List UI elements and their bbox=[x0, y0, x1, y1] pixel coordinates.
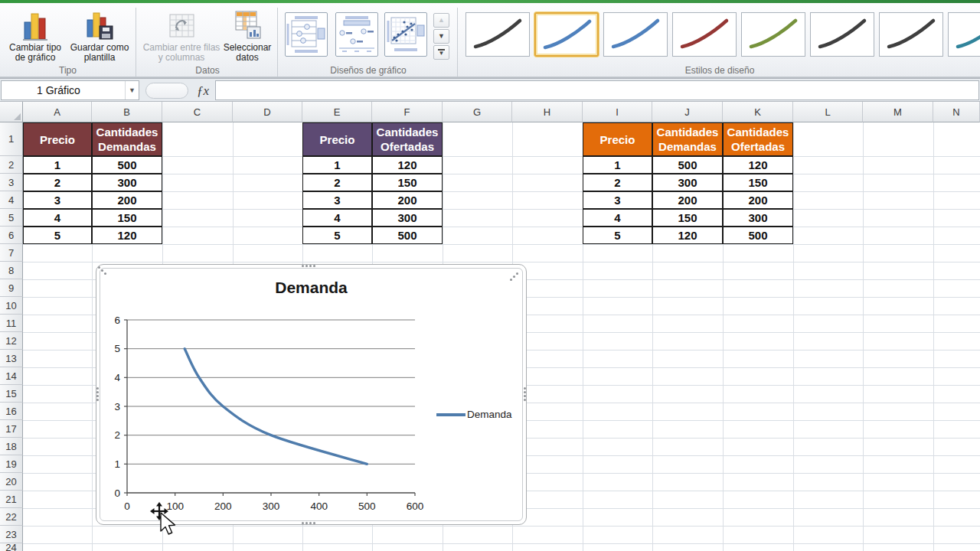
tabla-combinada-cell[interactable]: 150 bbox=[652, 209, 723, 227]
chart-layout-1[interactable] bbox=[285, 12, 328, 57]
row-header-19[interactable]: 19 bbox=[0, 455, 23, 473]
tabla-combinada-header-cell[interactable]: Precio bbox=[583, 122, 652, 156]
row-header-5[interactable]: 5 bbox=[0, 209, 23, 227]
chart-style-thumb-estilo-5[interactable] bbox=[741, 12, 805, 57]
layout-scroll-down-button[interactable]: ▼ bbox=[433, 29, 449, 44]
row-header-21[interactable]: 21 bbox=[0, 491, 23, 508]
tabla-combinada-cell[interactable]: 4 bbox=[583, 209, 652, 227]
chart-layout-3[interactable] bbox=[384, 12, 427, 57]
tabla-demanda-header-cell[interactable]: Cantidades Demandas bbox=[92, 122, 162, 156]
tabla-oferta-cell[interactable]: 500 bbox=[372, 227, 443, 244]
row-header-1[interactable]: 1 bbox=[0, 122, 23, 156]
row-header-9[interactable]: 9 bbox=[0, 279, 23, 297]
chart-style-thumb-estilo-2[interactable] bbox=[534, 12, 599, 57]
chart-style-thumb-estilo-8[interactable] bbox=[948, 12, 980, 57]
row-header-2[interactable]: 2 bbox=[0, 156, 23, 174]
tabla-combinada-cell[interactable]: 2 bbox=[583, 174, 652, 191]
tabla-combinada-cell[interactable]: 500 bbox=[723, 227, 793, 244]
tabla-demanda-cell[interactable]: 3 bbox=[23, 191, 92, 209]
column-header-B[interactable]: B bbox=[92, 102, 162, 122]
column-header-G[interactable]: G bbox=[443, 102, 512, 122]
tabla-demanda-cell[interactable]: 2 bbox=[23, 174, 92, 191]
row-header-10[interactable]: 10 bbox=[0, 297, 23, 315]
chart-title[interactable]: Demanda bbox=[96, 279, 526, 297]
tabla-oferta-header-cell[interactable]: Precio bbox=[302, 122, 372, 156]
row-header-3[interactable]: 3 bbox=[0, 174, 23, 191]
row-header-16[interactable]: 16 bbox=[0, 403, 23, 420]
tabla-oferta-cell[interactable]: 5 bbox=[302, 227, 372, 244]
tabla-demanda-cell[interactable]: 1 bbox=[23, 156, 92, 174]
chart-legend[interactable]: Demanda bbox=[436, 409, 512, 420]
layout-scroll-up-button[interactable]: ▲ bbox=[433, 13, 449, 28]
save-as-template-button[interactable]: Guardar como plantilla bbox=[67, 7, 132, 63]
chart-style-thumb-estilo-4[interactable] bbox=[672, 12, 737, 57]
chart-layout-2[interactable] bbox=[335, 12, 378, 57]
select-all-corner[interactable] bbox=[0, 102, 23, 122]
chart-style-thumb-estilo-1[interactable] bbox=[466, 12, 530, 57]
chart-style-thumb-estilo-3[interactable] bbox=[603, 12, 668, 57]
tabla-oferta-cell[interactable]: 4 bbox=[302, 209, 372, 227]
tabla-oferta-cell[interactable]: 120 bbox=[372, 156, 443, 174]
row-header-13[interactable]: 13 bbox=[0, 350, 23, 367]
tabla-combinada-cell[interactable]: 500 bbox=[652, 156, 723, 174]
tabla-oferta-header-cell[interactable]: Cantidades Ofertadas bbox=[372, 122, 443, 156]
column-header-D[interactable]: D bbox=[233, 102, 302, 122]
row-header-15[interactable]: 15 bbox=[0, 385, 23, 403]
insert-function-button[interactable]: ƒx bbox=[193, 82, 213, 100]
tabla-combinada-cell[interactable]: 300 bbox=[723, 209, 793, 227]
tabla-combinada-cell[interactable]: 1 bbox=[583, 156, 652, 174]
row-header-14[interactable]: 14 bbox=[0, 367, 23, 385]
row-header-11[interactable]: 11 bbox=[0, 315, 23, 332]
row-header-4[interactable]: 4 bbox=[0, 191, 23, 209]
chart-style-thumb-estilo-7[interactable] bbox=[879, 12, 943, 57]
tabla-oferta-cell[interactable]: 1 bbox=[302, 156, 372, 174]
tabla-oferta-cell[interactable]: 300 bbox=[372, 209, 443, 227]
column-header-C[interactable]: C bbox=[162, 102, 233, 122]
tabla-combinada-cell[interactable]: 150 bbox=[723, 174, 793, 191]
tabla-demanda-cell[interactable]: 5 bbox=[23, 227, 92, 244]
row-header-20[interactable]: 20 bbox=[0, 473, 23, 491]
name-box-dropdown-icon[interactable]: ▼ bbox=[125, 81, 139, 99]
tabla-oferta-cell[interactable]: 2 bbox=[302, 174, 372, 191]
tabla-combinada-cell[interactable]: 120 bbox=[652, 227, 723, 244]
demanda-chart[interactable]: 01234560100200300400500600 Demanda Deman… bbox=[96, 264, 527, 525]
tabla-combinada-cell[interactable]: 200 bbox=[723, 191, 793, 209]
layout-more-button[interactable]: ▼ bbox=[433, 45, 449, 60]
tabla-oferta-cell[interactable]: 150 bbox=[372, 174, 443, 191]
select-data-button[interactable]: Seleccionar datos bbox=[220, 7, 274, 63]
tabla-combinada-cell[interactable]: 120 bbox=[723, 156, 793, 174]
row-header-12[interactable]: 12 bbox=[0, 332, 23, 350]
tabla-combinada-header-cell[interactable]: Cantidades Ofertadas bbox=[723, 122, 793, 156]
column-header-L[interactable]: L bbox=[793, 102, 863, 122]
tabla-demanda-cell[interactable]: 150 bbox=[92, 209, 162, 227]
row-header-8[interactable]: 8 bbox=[0, 262, 23, 279]
tabla-combinada-cell[interactable]: 300 bbox=[652, 174, 723, 191]
chart-style-thumb-estilo-6[interactable] bbox=[810, 12, 874, 57]
formula-input[interactable] bbox=[215, 80, 979, 100]
row-header-6[interactable]: 6 bbox=[0, 227, 23, 244]
tabla-combinada-cell[interactable]: 200 bbox=[652, 191, 723, 209]
column-header-F[interactable]: F bbox=[372, 102, 443, 122]
tabla-combinada-cell[interactable]: 3 bbox=[583, 191, 652, 209]
row-header-18[interactable]: 18 bbox=[0, 438, 23, 455]
row-header-24[interactable]: 24 bbox=[0, 543, 23, 551]
tabla-oferta-cell[interactable]: 200 bbox=[372, 191, 443, 209]
tabla-oferta-cell[interactable]: 3 bbox=[302, 191, 372, 209]
column-header-I[interactable]: I bbox=[583, 102, 652, 122]
tabla-demanda-cell[interactable]: 4 bbox=[23, 209, 92, 227]
tabla-demanda-cell[interactable]: 120 bbox=[92, 227, 162, 244]
name-box[interactable]: 1 Gráfico ▼ bbox=[1, 80, 139, 100]
tabla-demanda-cell[interactable]: 500 bbox=[92, 156, 162, 174]
tabla-demanda-cell[interactable]: 300 bbox=[92, 174, 162, 191]
tabla-combinada-cell[interactable]: 5 bbox=[583, 227, 652, 244]
column-header-N[interactable]: N bbox=[933, 102, 980, 122]
column-header-K[interactable]: K bbox=[723, 102, 793, 122]
column-header-A[interactable]: A bbox=[23, 102, 92, 122]
row-header-7[interactable]: 7 bbox=[0, 244, 23, 262]
tabla-combinada-header-cell[interactable]: Cantidades Demandas bbox=[652, 122, 723, 156]
tabla-demanda-header-cell[interactable]: Precio bbox=[23, 122, 92, 156]
column-header-J[interactable]: J bbox=[652, 102, 723, 122]
column-header-M[interactable]: M bbox=[863, 102, 933, 122]
column-header-H[interactable]: H bbox=[512, 102, 583, 122]
column-header-E[interactable]: E bbox=[302, 102, 372, 122]
